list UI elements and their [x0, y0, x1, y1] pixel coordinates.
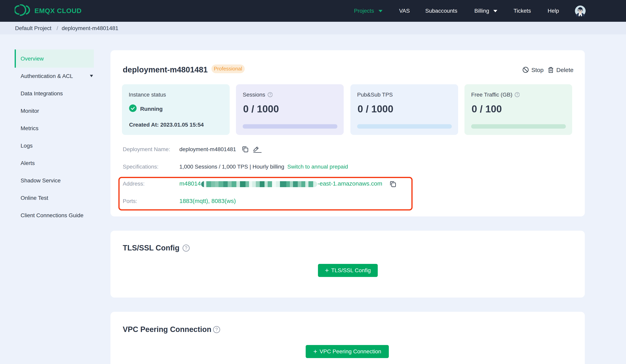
svg-text:?: ? [269, 93, 271, 96]
svg-text:?: ? [516, 93, 518, 96]
svg-text:?: ? [215, 327, 218, 332]
svg-text:?: ? [185, 246, 188, 251]
